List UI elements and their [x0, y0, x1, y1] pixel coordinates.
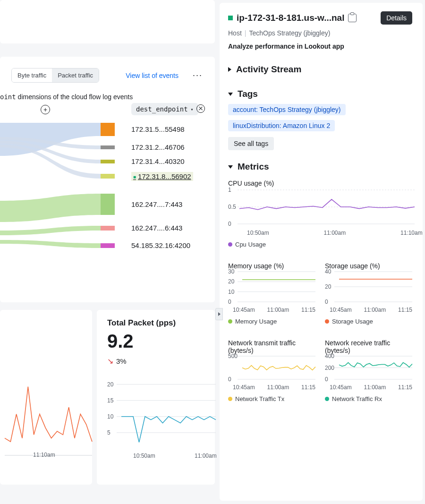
byte-traffic-tab[interactable]: Byte traffic — [12, 68, 52, 82]
cpu-metric: CPU usage (%) 10.50 10:50am11:00am11:10a… — [228, 179, 412, 248]
sankey-diagram: 172.31.5...55498172.31.2...46706172.31.4… — [0, 123, 215, 255]
x-tick: 10:45am — [233, 384, 255, 391]
x-tick: 10:45am — [233, 307, 255, 313]
svg-text:0: 0 — [228, 221, 231, 227]
svg-text:15: 15 — [107, 397, 114, 404]
more-menu-icon[interactable]: ··· — [190, 70, 205, 80]
packet-value: 9.2 — [107, 331, 204, 352]
svg-text:0: 0 — [228, 376, 231, 383]
x-tick: 11:00am — [267, 307, 289, 313]
tag-pill[interactable]: linuxDistribution: Amazon Linux 2 — [228, 120, 335, 131]
endpoint-bar — [101, 160, 115, 163]
endpoint-bar — [101, 226, 115, 231]
svg-text:0: 0 — [228, 299, 231, 305]
x-tick: 11:15 — [398, 307, 412, 313]
x-tick: 11:00am — [364, 384, 386, 391]
endpoint-label[interactable]: 172.31.4...40320 — [131, 157, 185, 165]
endpoint-bar — [101, 174, 115, 179]
x-tick: 10:45am — [330, 384, 352, 391]
see-all-tags-button[interactable]: See all tags — [228, 137, 274, 150]
rx-metric: Network receive traffic (bytes/s) 400200… — [325, 339, 412, 402]
svg-text:0.5: 0.5 — [228, 204, 236, 210]
svg-text:0: 0 — [325, 376, 328, 383]
endpoint-bar — [101, 243, 115, 248]
analyze-link[interactable]: Analyze performance in Lookout app — [228, 43, 412, 50]
details-panel: ip-172-31-8-181.us-w...nal Details Host|… — [220, 3, 423, 501]
x-tick: 11:10am — [400, 230, 423, 236]
packet-card: Total Packet (pps) 9.2 ↘ 3% 2015105 10:5… — [97, 310, 215, 485]
svg-text:40: 40 — [325, 268, 332, 275]
endpoint-bar — [101, 123, 115, 136]
tx-metric: Network transmit traffic (bytes/s) 5000 … — [228, 339, 315, 402]
x-tick: 11:15 — [301, 307, 315, 313]
tag-pill[interactable]: account: TechOps Strategy (jbiggley) — [228, 104, 346, 115]
svg-text:400: 400 — [325, 353, 334, 359]
x-tick: 10:50am — [133, 453, 155, 459]
traffic-toggle: Byte traffic Packet traffic — [11, 68, 99, 83]
svg-text:5: 5 — [107, 429, 110, 436]
svg-text:10: 10 — [107, 413, 114, 420]
host-title: ip-172-31-8-181.us-w...nal — [237, 13, 344, 23]
packet-title: Total Packet (pps) — [107, 318, 204, 328]
chevron-right-icon — [228, 67, 231, 72]
clear-dimension-icon[interactable] — [196, 104, 205, 113]
storage-metric: Storage usage (%) 40200 10:45am11:00am11… — [325, 262, 412, 325]
svg-text:500: 500 — [228, 353, 238, 359]
flow-panel: Byte traffic Packet traffic View list of… — [0, 57, 215, 302]
view-list-link[interactable]: View list of events — [126, 72, 178, 79]
dimension-pill[interactable]: dest_endpoint▾ — [131, 103, 198, 115]
svg-text:20: 20 — [228, 278, 235, 285]
chevron-down-icon: ▾ — [191, 107, 194, 112]
svg-text:20: 20 — [325, 283, 332, 290]
x-tick: 11:10am — [33, 452, 55, 458]
packet-delta: ↘ 3% — [107, 357, 204, 366]
tags-header[interactable]: Tags — [228, 89, 412, 99]
endpoint-label[interactable]: 172.31.5...55498 — [131, 125, 185, 133]
endpoint-label[interactable]: 54.185.32.16:4200 — [131, 241, 190, 249]
details-button[interactable]: Details — [381, 11, 412, 25]
x-tick: 10:45am — [330, 307, 352, 313]
left-mini-chart: 11:10am — [0, 310, 92, 485]
endpoint-bar — [101, 194, 115, 215]
breadcrumb: Host|TechOps Strategy (jbiggley) — [228, 29, 412, 37]
add-dimension-icon[interactable]: + — [41, 105, 50, 114]
x-tick: 11:00am — [267, 384, 289, 391]
x-tick: 11:00am — [324, 230, 346, 236]
chevron-down-icon — [228, 165, 233, 169]
svg-text:10: 10 — [228, 289, 235, 295]
status-indicator — [228, 16, 233, 20]
x-tick: 11:00am — [364, 307, 386, 313]
endpoint-label[interactable]: 172.31.2...46706 — [131, 143, 185, 151]
svg-text:30: 30 — [228, 268, 235, 275]
x-tick: 10:50am — [247, 230, 269, 236]
x-tick: 11:15 — [398, 384, 412, 391]
svg-text:0: 0 — [325, 299, 328, 305]
endpoint-label[interactable]: 162.247....7:443 — [131, 200, 182, 208]
svg-text:200: 200 — [325, 365, 334, 371]
endpoint-label[interactable]: 162.247....6:443 — [131, 224, 182, 232]
endpoint-label[interactable]: 172.31.8...56902 — [131, 172, 193, 181]
svg-text:20: 20 — [107, 381, 114, 388]
metrics-header[interactable]: Metrics — [228, 162, 412, 172]
svg-text:1: 1 — [228, 187, 231, 193]
activity-stream-header[interactable]: Activity Stream — [228, 64, 412, 75]
packet-traffic-tab[interactable]: Packet traffic — [52, 68, 99, 82]
endpoint-bar — [101, 145, 115, 149]
cpu-legend: Cpu Usage — [228, 241, 412, 248]
chevron-down-icon — [228, 93, 233, 96]
expand-panel-icon[interactable] — [215, 308, 223, 320]
dimensions-caption: oint dimensions of the cloud flow log ev… — [0, 93, 205, 101]
x-tick: 11:00am — [195, 453, 217, 459]
memory-metric: Memory usage (%) 3020100 10:45am11:00am1… — [228, 262, 315, 325]
clipboard-icon[interactable] — [348, 14, 357, 22]
arrow-down-icon: ↘ — [107, 357, 113, 366]
x-tick: 11:15 — [301, 384, 315, 391]
